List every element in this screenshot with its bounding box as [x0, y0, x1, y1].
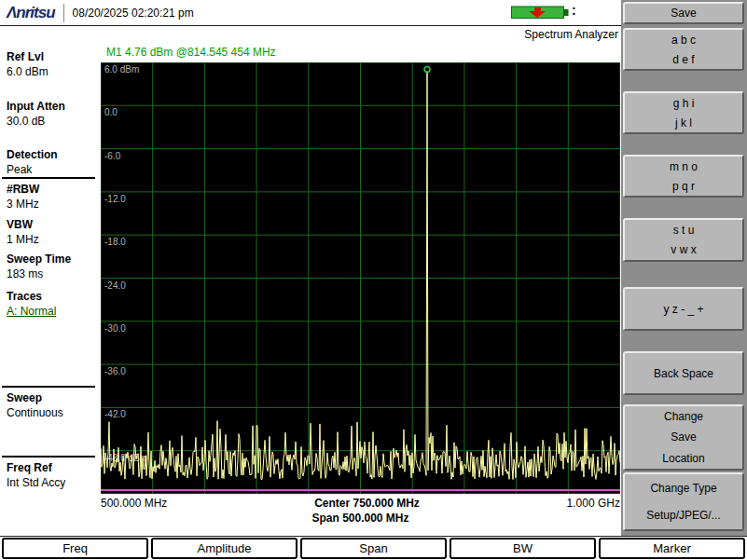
battery-suffix: :	[572, 3, 576, 18]
param-value: 1 MHz	[7, 232, 39, 247]
softkey-abc-def[interactable]: a b c d e f	[623, 28, 744, 71]
softkey-label: m n o	[670, 160, 698, 173]
param-value: 30.0 dB	[7, 114, 65, 129]
softkey-stu-vwx[interactable]: s t u v w x	[623, 218, 744, 262]
param-label: Freq Ref	[7, 461, 65, 475]
menu-button-marker[interactable]: Marker	[599, 538, 745, 559]
sidebar-divider	[2, 177, 95, 179]
param-label: Input Atten	[7, 100, 65, 114]
param-value: Continuous	[7, 405, 63, 420]
main-menu-bar: Freq Amplitude Span BW Marker	[0, 536, 747, 560]
param-value: Peak	[7, 162, 58, 177]
param-label: Traces	[7, 290, 56, 304]
topbar-divider	[63, 4, 64, 22]
param-freq-ref: Freq Ref Int Std Accy	[7, 461, 65, 490]
svg-text:-36.0: -36.0	[104, 366, 126, 376]
instrument-screen: Λnritsu 08/20/2025 02:20:21 pm : Spectru…	[0, 0, 747, 560]
softkey-label: Back Space	[654, 367, 713, 380]
stop-freq-label: 1.000 GHz	[567, 497, 620, 510]
softkey-label: d e f	[672, 53, 694, 66]
softkey-label: Setup/JPEG/...	[646, 509, 720, 522]
spectrum-svg: 6.0 dBm0.0-6.0-12.0-18.0-24.0-30.0-36.0-…	[101, 62, 620, 494]
menu-button-amplitude[interactable]: Amplitude	[151, 538, 297, 559]
svg-text:6.0 dBm: 6.0 dBm	[104, 64, 139, 75]
span-prefix: Span	[311, 512, 339, 525]
param-ref-level: Ref Lvl 6.0 dBm	[7, 50, 48, 79]
span-value: 500.000 MHz	[342, 512, 408, 525]
top-bar: Λnritsu 08/20/2025 02:20:21 pm :	[0, 0, 621, 26]
softkey-label: Save	[671, 7, 696, 20]
softkey-label: p q r	[672, 180, 695, 193]
softkey-change-type[interactable]: Change Type Setup/JPEG/...	[623, 472, 744, 531]
param-label: VBW	[7, 218, 39, 232]
softkey-save[interactable]: Save	[623, 2, 744, 24]
svg-text:0.0: 0.0	[104, 107, 118, 117]
param-label: #RBW	[7, 183, 39, 197]
menu-button-bw[interactable]: BW	[450, 538, 596, 559]
x-axis-row: 500.000 MHz Center 750.000 MHz 1.000 GHz	[101, 497, 620, 510]
svg-text:-30.0: -30.0	[104, 323, 126, 334]
settings-sidebar: Ref Lvl 6.0 dBm Input Atten 30.0 dB Dete…	[0, 26, 100, 536]
param-label: Ref Lvl	[7, 50, 48, 64]
param-traces: Traces A: Normal	[7, 290, 56, 319]
param-sweep-time: Sweep Time 183 ms	[7, 253, 71, 281]
center-prefix: Center	[314, 497, 350, 510]
param-input-atten: Input Atten 30.0 dB	[7, 100, 65, 129]
start-freq-label: 500.000 MHz	[101, 497, 167, 510]
center-value: 750.000 MHz	[353, 497, 419, 510]
svg-text:-6.0: -6.0	[104, 151, 121, 161]
svg-text:-24.0: -24.0	[104, 280, 126, 291]
svg-text:-12.0: -12.0	[104, 194, 126, 204]
param-value: 6.0 dBm	[7, 64, 48, 79]
battery-charging-icon	[511, 6, 569, 23]
span-label: Span 500.000 MHz	[101, 512, 620, 525]
softkey-label: v w x	[671, 243, 696, 256]
softkey-label: s t u	[673, 224, 695, 237]
param-value: 183 ms	[7, 266, 71, 281]
trace-a-link[interactable]: A: Normal	[7, 304, 56, 319]
anritsu-logo: Λnritsu	[0, 4, 63, 22]
softkey-label: Location	[662, 452, 704, 465]
softkey-ghi-jkl[interactable]: g h i j k l	[623, 91, 744, 134]
menu-button-freq[interactable]: Freq	[2, 538, 148, 559]
datetime-label: 08/20/2025 02:20:21 pm	[73, 7, 194, 20]
param-label: Sweep	[7, 391, 63, 405]
center-freq-label: Center 750.000 MHz	[314, 497, 420, 510]
param-vbw: VBW 1 MHz	[7, 218, 39, 247]
plot-area[interactable]: 6.0 dBm0.0-6.0-12.0-18.0-24.0-30.0-36.0-…	[101, 62, 620, 494]
param-rbw: #RBW 3 MHz	[7, 183, 39, 212]
softkey-label: Save	[671, 430, 696, 444]
softkey-column: Save a b c d e f g h i j k l m n o p q r…	[621, 0, 747, 536]
menu-button-span[interactable]: Span	[300, 538, 447, 559]
softkey-label: a b c	[671, 34, 696, 47]
softkey-mno-pqr[interactable]: m n o p q r	[623, 155, 744, 198]
softkey-label: g h i	[673, 97, 695, 110]
softkey-label: Change Type	[650, 482, 716, 495]
param-label: Sweep Time	[7, 253, 71, 266]
svg-text:-42.0: -42.0	[104, 409, 126, 419]
softkey-backspace[interactable]: Back Space	[623, 351, 744, 395]
svg-text:-18.0: -18.0	[104, 237, 126, 247]
param-value: Int Std Accy	[7, 475, 65, 490]
softkey-yz-symbols[interactable]: y z - _ +	[623, 287, 744, 331]
sidebar-divider	[2, 386, 95, 388]
param-sweep-mode: Sweep Continuous	[7, 391, 63, 420]
param-label: Detection	[7, 148, 58, 162]
softkey-label: j k l	[675, 116, 692, 130]
softkey-label: y z - _ +	[663, 303, 703, 316]
marker-readout: M1 4.76 dBm @814.545 454 MHz	[106, 46, 276, 59]
param-detection: Detection Peak	[7, 148, 58, 177]
param-value: 3 MHz	[7, 197, 39, 212]
softkey-change-save-location[interactable]: Change Save Location	[623, 404, 744, 471]
softkey-label: Change	[664, 410, 703, 423]
sidebar-divider	[2, 456, 95, 458]
